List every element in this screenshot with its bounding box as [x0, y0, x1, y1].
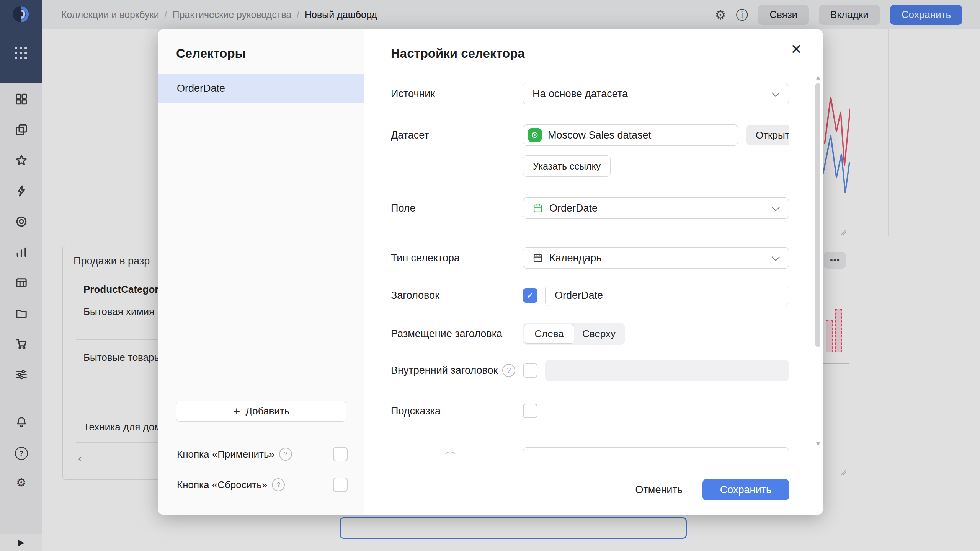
hint-label: Подсказка: [391, 405, 523, 417]
add-selector-label: Добавить: [245, 405, 289, 417]
source-label: Источник: [391, 88, 523, 100]
selector-settings-dialog: Селекторы OrderDate + Добавить Кнопка «П…: [158, 29, 823, 515]
apply-button-checkbox[interactable]: [333, 447, 348, 461]
hint-row: Подсказка: [391, 401, 789, 421]
selector-type-select[interactable]: Календарь: [523, 247, 789, 269]
reset-help-icon[interactable]: ?: [272, 478, 285, 491]
chevron-down-icon: [772, 89, 780, 97]
close-icon[interactable]: ✕: [791, 42, 802, 56]
inner-header-text-input: [545, 360, 789, 381]
scroll-up-icon[interactable]: ▴: [816, 73, 820, 81]
field-select[interactable]: OrderDate: [523, 197, 789, 219]
selector-settings-pane: Настройки селектора ✕ Источник На основе…: [364, 29, 823, 515]
hint-checkbox[interactable]: [523, 404, 537, 418]
chevron-down-icon: [772, 453, 780, 454]
open-dataset-button[interactable]: Открыть: [746, 125, 789, 145]
dataset-icon: [528, 128, 542, 142]
pane-divider: [158, 430, 364, 430]
header-text-input[interactable]: [545, 285, 789, 306]
inner-header-checkbox[interactable]: [523, 363, 537, 378]
header-checkbox[interactable]: ✓: [523, 288, 537, 303]
operation-label: Операция: [391, 452, 439, 455]
source-select[interactable]: На основе датасета: [523, 83, 789, 104]
header-label: Заголовок: [391, 290, 523, 302]
section-divider: [391, 443, 789, 443]
app: Коллекции и воркбуки / Практические руко…: [0, 0, 980, 551]
inner-header-help-icon[interactable]: ?: [502, 364, 515, 377]
add-selector-button[interactable]: + Добавить: [176, 401, 346, 422]
settings-form: Источник На основе датасета Датасет: [391, 72, 789, 454]
source-row: Источник На основе датасета: [391, 83, 789, 104]
selector-type-value: Календарь: [549, 252, 601, 264]
scroll-down-icon[interactable]: ▾: [816, 440, 820, 447]
selectors-list-pane: Селекторы OrderDate + Добавить Кнопка «П…: [158, 29, 364, 515]
dataset-field-value: Moscow Sales dataset: [548, 129, 651, 141]
apply-button-option-row: Кнопка «Применить» ?: [177, 444, 348, 465]
apply-help-icon[interactable]: ?: [279, 448, 292, 461]
selector-list-item-orderdate[interactable]: OrderDate: [158, 74, 364, 103]
placement-left-segment[interactable]: Слева: [524, 324, 574, 344]
dataset-link-row: Указать ссылку: [391, 155, 789, 177]
dataset-label: Датасет: [391, 129, 523, 141]
inner-header-label: Внутренний заголовок: [391, 365, 498, 377]
source-select-value: На основе датасета: [532, 88, 628, 100]
selectors-pane-title: Селекторы: [176, 46, 246, 61]
reset-button-option-row: Кнопка «Сбросить» ?: [177, 474, 348, 495]
field-select-value: OrderDate: [549, 202, 598, 214]
chevron-down-icon: [772, 253, 780, 261]
dataset-row: Датасет Moscow Sales dataset Открыть: [391, 124, 789, 146]
operation-help-icon[interactable]: ?: [444, 452, 457, 454]
dataset-field[interactable]: Moscow Sales dataset: [523, 124, 738, 146]
check-icon: ✓: [526, 290, 534, 301]
settings-pane-title: Настройки селектора: [391, 46, 525, 61]
save-selector-button[interactable]: Сохранить: [702, 479, 789, 500]
operation-row: Операция ?: [391, 447, 789, 454]
section-divider: [391, 234, 789, 234]
scrollbar-thumb[interactable]: [815, 83, 820, 347]
calendar-icon: [532, 203, 543, 214]
field-row: Поле OrderDate: [391, 197, 789, 219]
chevron-down-icon: [772, 203, 780, 211]
calendar-icon: [532, 253, 543, 263]
operation-select[interactable]: [523, 447, 789, 454]
inner-header-row: Внутренний заголовок ?: [391, 360, 789, 381]
dialog-footer: Отменить Сохранить: [364, 465, 823, 515]
placement-segmented-control: Слева Сверху: [523, 323, 625, 345]
reset-button-checkbox[interactable]: [333, 478, 348, 492]
selector-type-label: Тип селектора: [391, 252, 523, 264]
apply-button-option-label: Кнопка «Применить»: [177, 448, 274, 460]
reset-button-option-label: Кнопка «Сбросить»: [177, 479, 267, 491]
cancel-button[interactable]: Отменить: [623, 479, 694, 500]
header-placement-label: Размещение заголовка: [391, 328, 523, 340]
field-label: Поле: [391, 202, 523, 214]
plus-icon: +: [233, 405, 240, 417]
placement-top-segment[interactable]: Сверху: [574, 324, 624, 344]
selector-type-row: Тип селектора Календарь: [391, 247, 789, 269]
specify-link-button[interactable]: Указать ссылку: [523, 155, 611, 177]
header-row: Заголовок ✓: [391, 285, 789, 306]
header-placement-row: Размещение заголовка Слева Сверху: [391, 323, 789, 345]
